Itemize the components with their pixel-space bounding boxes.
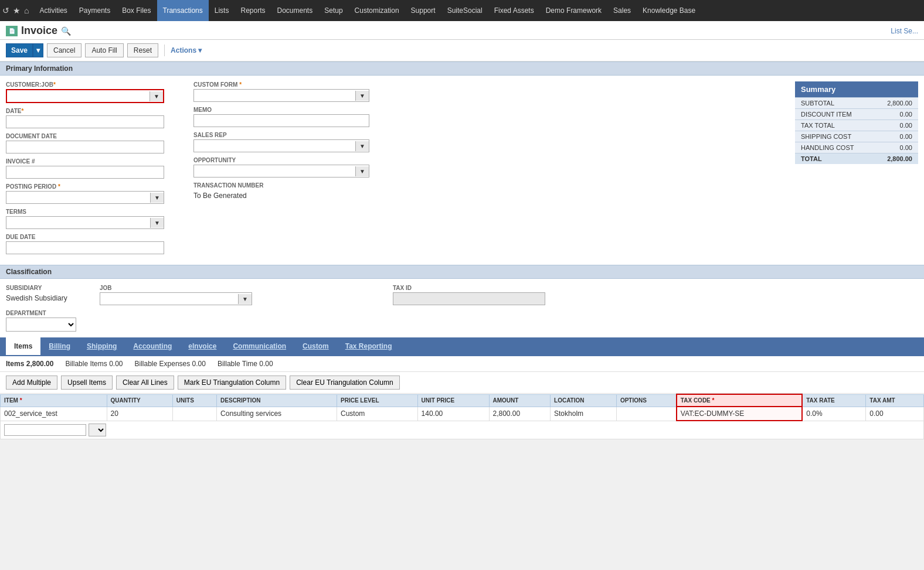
summary-box: Summary SUBTOTAL2,800.00DISCOUNT ITEM0.0…: [795, 81, 918, 259]
sales-rep-arrow[interactable]: ▼: [355, 141, 369, 151]
terms-arrow[interactable]: ▼: [150, 218, 164, 228]
custom-form-arrow[interactable]: ▼: [355, 91, 369, 101]
tab-items[interactable]: Items: [6, 337, 40, 355]
nav-item-payments[interactable]: Payments: [73, 0, 116, 21]
job-arrow[interactable]: ▼: [238, 294, 252, 304]
primary-info-section-header: Primary Information: [0, 62, 924, 76]
nav-item-box-files[interactable]: Box Files: [116, 0, 157, 21]
items-buttons-bar: Add MultipleUpsell ItemsClear All LinesM…: [0, 372, 924, 394]
posting-period-input[interactable]: Feb 2017: [6, 192, 150, 203]
memo-input[interactable]: [193, 114, 369, 127]
customer-job-input[interactable]: Finnish customer for Sweden: [7, 90, 150, 102]
tab-shipping[interactable]: Shipping: [79, 337, 125, 355]
custom-form-field[interactable]: Z -HM Invoice Form SWE ▼: [193, 89, 369, 102]
nav-item-knowledge-base[interactable]: Knowledge Base: [637, 0, 701, 21]
job-field[interactable]: ▼: [100, 292, 252, 305]
opportunity-field[interactable]: ▼: [193, 165, 369, 178]
primary-info-form: CUSTOMER:JOB* Finnish customer for Swede…: [0, 76, 924, 265]
tab-custom[interactable]: Custom: [294, 337, 337, 355]
tab-tax-reporting[interactable]: Tax Reporting: [337, 337, 400, 355]
tab-communication[interactable]: Communication: [225, 337, 294, 355]
customer-job-arrow[interactable]: ▼: [150, 91, 163, 101]
home-icon[interactable]: ⌂: [24, 6, 29, 15]
table-row: 002_service_test20Consulting servicesCus…: [1, 407, 924, 421]
history-icon[interactable]: ↺: [2, 6, 9, 15]
save-button[interactable]: Save: [6, 43, 33, 57]
tab-einvoice[interactable]: eInvoice: [180, 337, 225, 355]
tax-id-group: TAX ID: [393, 285, 545, 332]
nav-item-setup[interactable]: Setup: [318, 0, 348, 21]
department-select-field[interactable]: [6, 318, 76, 332]
billable-time: Billable Time 0.00: [218, 360, 273, 368]
summary-row: SHIPPING COST0.00: [795, 131, 918, 142]
nav-item-demo-framework[interactable]: Demo Framework: [540, 0, 607, 21]
col-header-options: OPTIONS: [616, 394, 676, 407]
date-input[interactable]: 2/26/2017: [6, 115, 164, 128]
tab-accounting[interactable]: Accounting: [125, 337, 180, 355]
opportunity-input[interactable]: [194, 165, 355, 177]
save-dropdown-button[interactable]: ▾: [33, 43, 43, 57]
btn-add-multiple[interactable]: Add Multiple: [6, 376, 57, 390]
toolbar: Save ▾ Cancel Auto Fill Reset Actions ▾: [0, 40, 924, 62]
transaction-number-value: To Be Generated: [193, 190, 783, 202]
cancel-button[interactable]: Cancel: [47, 43, 81, 57]
nav-item-activities[interactable]: Activities: [33, 0, 73, 21]
billable-expenses: Billable Expenses 0.00: [135, 360, 206, 368]
items-section: Items 2,800.00 Billable Items 0.00 Billa…: [0, 355, 924, 439]
billable-items: Billable Items 0.00: [65, 360, 123, 368]
items-summary-bar: Items 2,800.00 Billable Items 0.00 Billa…: [0, 356, 924, 372]
posting-period-group: POSTING PERIOD * Feb 2017 ▼: [6, 183, 182, 204]
nav-item-sales[interactable]: Sales: [607, 0, 637, 21]
nav-item-documents[interactable]: Documents: [271, 0, 319, 21]
col-header-item: ITEM *: [1, 394, 107, 407]
footer-input-area: ▼: [4, 424, 920, 436]
new-item-input[interactable]: [4, 424, 86, 436]
summary-row-label: DISCOUNT ITEM: [801, 111, 852, 118]
nav-item-suitesocial[interactable]: SuiteSocial: [441, 0, 488, 21]
tab-billing[interactable]: Billing: [40, 337, 79, 355]
btn-clear-eu-triangulation-column[interactable]: Clear EU Triangulation Column: [290, 376, 399, 390]
nav-item-reports[interactable]: Reports: [235, 0, 271, 21]
opportunity-label: OPPORTUNITY: [193, 157, 783, 163]
nav-item-support[interactable]: Support: [405, 0, 441, 21]
nav-item-customization[interactable]: Customization: [349, 0, 405, 21]
autofill-button[interactable]: Auto Fill: [85, 43, 123, 57]
sales-rep-field[interactable]: ▼: [193, 139, 369, 152]
reset-button[interactable]: Reset: [127, 43, 158, 57]
actions-button[interactable]: Actions ▾: [171, 46, 202, 54]
invoice-num-input[interactable]: INV10010088: [6, 166, 164, 179]
summary-row-label: HANDLING COST: [801, 144, 854, 151]
subsidiary-group: SUBSIDIARY Swedish Subsidiary DEPARTMENT: [6, 285, 76, 332]
search-icon[interactable]: 🔍: [61, 26, 71, 36]
document-date-input[interactable]: [6, 141, 164, 153]
summary-rows: SUBTOTAL2,800.00DISCOUNT ITEM0.00TAX TOT…: [795, 97, 918, 164]
terms-field[interactable]: Net 30 ▼: [6, 216, 164, 229]
posting-period-arrow[interactable]: ▼: [150, 193, 164, 203]
due-date-input[interactable]: 3/28/2017: [6, 241, 164, 254]
btn-clear-all-lines[interactable]: Clear All Lines: [116, 376, 174, 390]
transaction-number-group: TRANSACTION NUMBER To Be Generated: [193, 182, 783, 202]
page-header-right[interactable]: List Se...: [891, 27, 918, 35]
customer-job-field[interactable]: Finnish customer for Sweden ▼: [6, 89, 164, 103]
nav-item-lists[interactable]: Lists: [209, 0, 235, 21]
nav-item-transactions[interactable]: Transactions: [157, 0, 209, 21]
department-select[interactable]: [6, 318, 76, 331]
classification-form: SUBSIDIARY Swedish Subsidiary DEPARTMENT…: [0, 279, 924, 337]
star-icon[interactable]: ★: [13, 6, 21, 15]
page-title-text: Invoice: [21, 25, 57, 37]
page-icon: 📄: [6, 26, 18, 36]
table-cell-11: 0.00: [866, 407, 924, 421]
opportunity-arrow[interactable]: ▼: [355, 166, 369, 176]
sales-rep-input[interactable]: [194, 140, 355, 152]
col-header-price-level: PRICE LEVEL: [337, 394, 417, 407]
col-header-tax-rate: TAX RATE: [802, 394, 866, 407]
col-header-location: LOCATION: [551, 394, 617, 407]
btn-upsell-items[interactable]: Upsell Items: [61, 376, 113, 390]
posting-period-field[interactable]: Feb 2017 ▼: [6, 191, 164, 204]
nav-item-fixed-assets[interactable]: Fixed Assets: [488, 0, 540, 21]
custom-form-input[interactable]: Z -HM Invoice Form SWE: [194, 90, 355, 101]
terms-input[interactable]: Net 30: [6, 217, 150, 228]
new-item-select[interactable]: ▼: [89, 424, 106, 436]
job-input[interactable]: [100, 293, 238, 305]
btn-mark-eu-triangulation-column[interactable]: Mark EU Triangulation Column: [178, 376, 286, 390]
